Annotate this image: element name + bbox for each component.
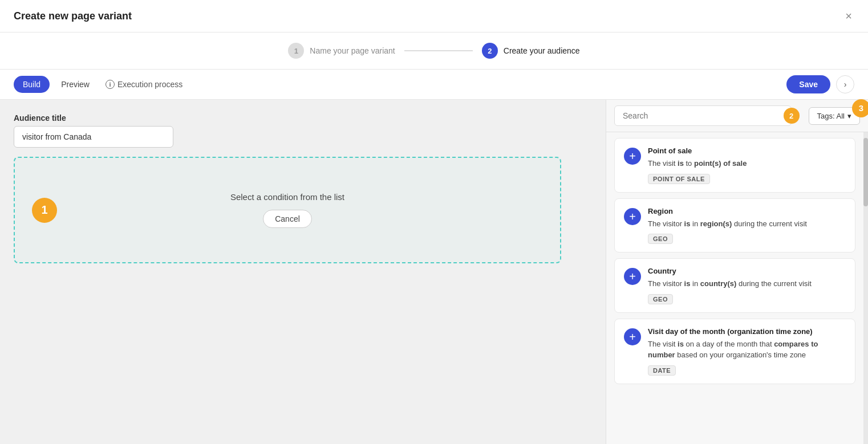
search-input[interactable] (614, 105, 792, 126)
toolbar-left: Build Preview i Execution process (14, 76, 782, 93)
step-2-label: Create your audience (504, 46, 580, 55)
condition-card-country: + Country The visitor is in country(s) d… (614, 258, 855, 313)
scrollbar-thumb (863, 138, 868, 206)
cancel-button[interactable]: Cancel (263, 210, 312, 228)
scrollbar (863, 132, 868, 444)
save-button[interactable]: Save (786, 75, 830, 93)
condition-info-visit-day: Visit day of the month (organization tim… (648, 327, 846, 376)
toolbar-right: Save › (786, 75, 854, 93)
condition-tag: DATE (648, 365, 676, 376)
stepper: 1 Name your page variant 2 Create your a… (0, 32, 868, 70)
left-panel: Audience title 1 Select a condition from… (0, 100, 606, 444)
condition-prompt-text: Select a condition from the list (230, 192, 344, 202)
search-badge: 2 (784, 108, 800, 124)
tags-wrapper: Tags: All ▾ 3 (809, 107, 860, 125)
search-wrapper: 2 (614, 105, 792, 126)
build-tab[interactable]: Build (14, 76, 50, 93)
condition-card-desc: The visit is to point(s) of sale (648, 158, 846, 169)
content-area: Audience title 1 Select a condition from… (0, 100, 868, 444)
condition-card-title: Region (648, 207, 846, 215)
step-2-circle: 2 (482, 43, 498, 59)
close-button[interactable]: × (843, 8, 854, 24)
conditions-list: + Point of sale The visit is to point(s)… (606, 132, 863, 444)
step-badge-1: 1 (32, 198, 57, 223)
add-country-button[interactable]: + (624, 268, 641, 285)
condition-info-country: Country The visitor is in country(s) dur… (648, 267, 846, 304)
condition-tag: POINT OF SALE (648, 174, 710, 184)
condition-info-region: Region The visitor is in region(s) durin… (648, 207, 846, 245)
condition-card-desc: The visit is on a day of the month that … (648, 339, 846, 361)
condition-tag: GEO (648, 234, 673, 244)
step-1: 1 Name your page variant (288, 43, 395, 59)
step-2: 2 Create your audience (482, 43, 580, 59)
modal-header: Create new page variant × (0, 0, 868, 32)
modal-title: Create new page variant (14, 10, 132, 22)
condition-card-desc: The visitor is in region(s) during the c… (648, 218, 846, 230)
execution-process-label: Execution process (117, 80, 182, 89)
tags-label: Tags: All (817, 112, 845, 120)
preview-tab[interactable]: Preview (52, 76, 99, 93)
conditions-scroll-container: + Point of sale The visit is to point(s)… (606, 132, 868, 444)
condition-card-title: Point of sale (648, 146, 846, 155)
condition-card-region: + Region The visitor is in region(s) dur… (614, 198, 855, 253)
condition-drop-zone: 1 Select a condition from the list Cance… (14, 157, 561, 263)
condition-card-title: Country (648, 267, 846, 275)
info-icon: i (106, 80, 115, 89)
condition-card-desc: The visitor is in country(s) during the … (648, 278, 846, 290)
arrow-button[interactable]: › (836, 75, 854, 93)
audience-title-label: Audience title (14, 113, 592, 123)
step-1-label: Name your page variant (310, 46, 395, 55)
right-panel: 2 Tags: All ▾ 3 + Point (606, 100, 868, 444)
tags-chevron-icon: ▾ (847, 112, 851, 120)
step-1-circle: 1 (288, 43, 304, 59)
step-connector (404, 50, 473, 51)
condition-card-title: Visit day of the month (organization tim… (648, 327, 846, 336)
execution-process-link[interactable]: i Execution process (101, 80, 187, 89)
condition-card-point-of-sale: + Point of sale The visit is to point(s)… (614, 138, 855, 193)
add-point-of-sale-button[interactable]: + (624, 148, 641, 165)
condition-info-point-of-sale: Point of sale The visit is to point(s) o… (648, 146, 846, 184)
audience-title-section: Audience title (14, 113, 592, 148)
audience-title-input[interactable] (14, 126, 173, 148)
step-badge-3: 3 (852, 99, 868, 117)
right-panel-header: 2 Tags: All ▾ 3 (606, 100, 868, 132)
modal-container: Create new page variant × 1 Name your pa… (0, 0, 868, 444)
toolbar: Build Preview i Execution process Save › (0, 70, 868, 100)
condition-tag: GEO (648, 294, 673, 304)
add-region-button[interactable]: + (624, 208, 641, 225)
add-visit-day-button[interactable]: + (624, 328, 641, 345)
condition-card-visit-day: + Visit day of the month (organization t… (614, 319, 855, 384)
